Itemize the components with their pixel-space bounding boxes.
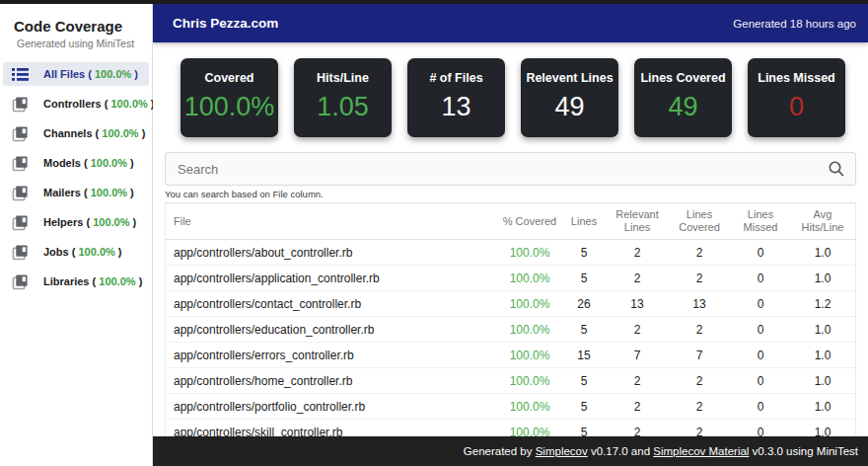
stat-card-hits-line: Hits/Line 1.05 <box>294 58 392 137</box>
lines-covered-cell: 2 <box>668 240 731 266</box>
generated-timestamp: Generated 18 hours ago <box>733 18 856 30</box>
col-header-file[interactable]: File <box>166 203 498 240</box>
covered-cell: 100.0% <box>498 291 561 317</box>
files-icon <box>12 155 29 172</box>
sidebar-item-helpers[interactable]: Helpers ( 100.0% ) <box>3 210 149 234</box>
lines-cell: 5 <box>561 266 607 291</box>
covered-cell: 100.0% <box>498 240 561 266</box>
col-header-relevant-lines[interactable]: Relevant Lines <box>607 203 668 240</box>
footer: Generated by Simplecov v0.17.0 and Simpl… <box>153 436 868 466</box>
stat-card-title: Lines Missed <box>748 71 845 85</box>
files-icon <box>12 214 29 231</box>
search-icon[interactable] <box>828 160 845 178</box>
coverage-table: File % Covered Lines Relevant Lines Line… <box>165 202 856 445</box>
file-cell: app/controllers/education_controller.rb <box>166 317 498 343</box>
stat-cards: Covered 100.0% Hits/Line 1.05 # of Files… <box>153 58 868 137</box>
table-row[interactable]: app/controllers/contact_controller.rb 10… <box>166 291 855 317</box>
lines-cell: 5 <box>561 317 607 343</box>
avg-hits-cell: 1.0 <box>790 240 855 266</box>
relevant-lines-cell: 2 <box>607 394 668 420</box>
table-row[interactable]: app/controllers/about_controller.rb 100.… <box>166 240 855 266</box>
sidebar-subtitle: Generated using MiniTest <box>17 38 152 49</box>
files-icon <box>12 125 29 142</box>
avg-hits-cell: 1.0 <box>790 266 855 291</box>
files-icon <box>12 244 29 261</box>
search-hint: You can search based on File column. <box>165 189 868 199</box>
sidebar-item-label: Channels ( 100.0% ) <box>43 127 145 139</box>
sidebar-item-label: Helpers ( 100.0% ) <box>43 216 136 228</box>
sidebar-item-label: Models ( 100.0% ) <box>43 157 134 169</box>
files-icon <box>12 273 29 290</box>
stat-card-value: 49 <box>634 92 732 122</box>
covered-cell: 100.0% <box>498 368 561 394</box>
lines-cell: 5 <box>561 368 607 394</box>
lines-cell: 15 <box>561 343 607 368</box>
main-content: Chris Pezza.com Generated 18 hours ago C… <box>153 4 868 466</box>
lines-missed-cell: 0 <box>731 317 790 343</box>
sidebar-item-label: All Files ( 100.0% ) <box>43 68 138 80</box>
sidebar-item-mailers[interactable]: Mailers ( 100.0% ) <box>3 181 149 204</box>
relevant-lines-cell: 2 <box>607 317 668 343</box>
sidebar-item-jobs[interactable]: Jobs ( 100.0% ) <box>3 240 149 264</box>
stat-card-value: 0 <box>748 92 845 122</box>
lines-covered-cell: 2 <box>668 368 731 394</box>
lines-missed-cell: 0 <box>731 291 790 317</box>
sidebar-item-controllers[interactable]: Controllers ( 100.0% ) <box>3 92 149 116</box>
stat-card-title: Relevent Lines <box>521 71 618 85</box>
col-header-lines[interactable]: Lines <box>561 203 607 240</box>
table-row[interactable]: app/controllers/application_controller.r… <box>166 266 855 291</box>
file-cell: app/controllers/contact_controller.rb <box>166 291 498 317</box>
sidebar-item-channels[interactable]: Channels ( 100.0% ) <box>3 121 149 145</box>
stat-card-num-files: # of Files 13 <box>407 58 505 137</box>
lines-missed-cell: 0 <box>731 394 790 420</box>
table-row[interactable]: app/controllers/portfolio_controller.rb … <box>166 394 855 420</box>
avg-hits-cell: 1.0 <box>790 368 855 394</box>
sidebar-item-label: Libraries ( 100.0% ) <box>43 275 142 287</box>
lines-covered-cell: 2 <box>668 266 731 291</box>
table-row[interactable]: app/controllers/home_controller.rb 100.0… <box>166 368 855 394</box>
app-bar: Chris Pezza.com Generated 18 hours ago <box>153 4 868 42</box>
list-icon <box>12 66 29 83</box>
lines-cell: 5 <box>561 394 607 420</box>
table-header-row: File % Covered Lines Relevant Lines Line… <box>166 203 855 240</box>
covered-cell: 100.0% <box>498 394 561 420</box>
search-input[interactable] <box>165 152 856 186</box>
stat-card-value: 13 <box>407 92 505 122</box>
lines-covered-cell: 13 <box>668 291 731 317</box>
lines-cell: 26 <box>561 291 607 317</box>
file-cell: app/controllers/about_controller.rb <box>166 240 498 266</box>
footer-text: v0.17.0 and <box>588 445 654 457</box>
col-header-lines-missed[interactable]: Lines Missed <box>731 203 790 240</box>
sidebar-nav: All Files ( 100.0% ) Controllers ( 100.0… <box>0 62 152 293</box>
col-header-percent-covered[interactable]: % Covered <box>498 203 561 240</box>
lines-covered-cell: 2 <box>668 317 731 343</box>
file-cell: app/controllers/portfolio_controller.rb <box>166 394 498 420</box>
simplecov-link[interactable]: Simplecov <box>536 445 588 457</box>
stat-card-lines-missed: Lines Missed 0 <box>748 58 845 137</box>
col-header-avg-hits[interactable]: Avg Hits/Line <box>790 203 855 240</box>
search-bar <box>165 152 856 186</box>
file-cell: app/controllers/application_controller.r… <box>166 266 498 291</box>
relevant-lines-cell: 2 <box>607 368 668 394</box>
stat-card-title: Hits/Line <box>294 71 392 85</box>
files-icon <box>12 96 29 113</box>
sidebar-item-libraries[interactable]: Libraries ( 100.0% ) <box>3 270 149 293</box>
table-row[interactable]: app/controllers/errors_controller.rb 100… <box>166 343 855 368</box>
simplecov-material-link[interactable]: Simplecov Material <box>653 445 749 457</box>
sidebar-item-label: Controllers ( 100.0% ) <box>43 98 155 110</box>
sidebar-item-label: Jobs ( 100.0% ) <box>43 246 122 258</box>
avg-hits-cell: 1.0 <box>790 317 855 343</box>
sidebar-item-all-files[interactable]: All Files ( 100.0% ) <box>3 62 149 86</box>
stat-card-covered: Covered 100.0% <box>181 58 278 137</box>
avg-hits-cell: 1.2 <box>790 291 855 317</box>
stat-card-value: 49 <box>521 92 618 122</box>
table-row[interactable]: app/controllers/education_controller.rb … <box>166 317 855 343</box>
stat-card-value: 100.0% <box>181 92 278 122</box>
stat-card-lines-covered: Lines Covered 49 <box>634 58 732 137</box>
file-cell: app/controllers/errors_controller.rb <box>166 343 498 368</box>
sidebar-item-models[interactable]: Models ( 100.0% ) <box>3 151 149 175</box>
footer-text: v0.3.0 using MiniTest <box>749 445 858 457</box>
stat-card-relevant-lines: Relevent Lines 49 <box>521 58 618 137</box>
col-header-lines-covered[interactable]: Lines Covered <box>668 203 731 240</box>
relevant-lines-cell: 2 <box>607 240 668 266</box>
